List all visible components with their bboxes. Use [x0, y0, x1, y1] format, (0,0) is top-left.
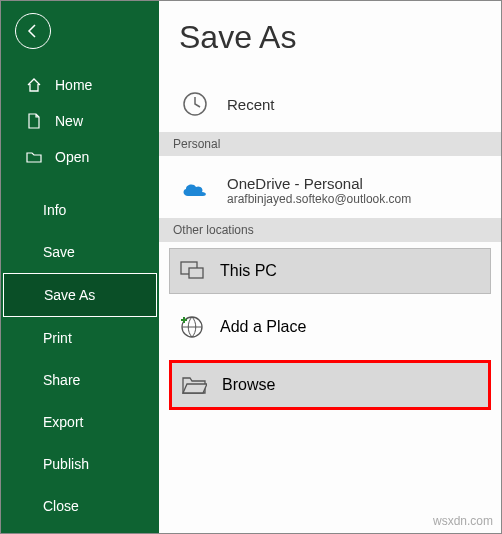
recent-clock-icon	[179, 88, 211, 120]
section-other-header: Other locations	[159, 218, 501, 242]
thispc-label: This PC	[220, 262, 277, 280]
nav-share[interactable]: Share	[1, 359, 159, 401]
browse-label: Browse	[222, 376, 275, 394]
nav-label: Close	[43, 498, 79, 514]
nav-label: Open	[55, 149, 89, 165]
new-file-icon	[25, 113, 43, 129]
nav-info[interactable]: Info	[1, 189, 159, 231]
section-personal-header: Personal	[159, 132, 501, 156]
nav-label: Share	[43, 372, 80, 388]
svg-rect-2	[189, 268, 203, 278]
nav-save-as[interactable]: Save As	[3, 273, 157, 317]
nav-publish[interactable]: Publish	[1, 443, 159, 485]
open-folder-icon	[25, 149, 43, 165]
nav-open[interactable]: Open	[1, 139, 159, 175]
nav-secondary-group: Info Save Save As Print Share Export Pub…	[1, 189, 159, 527]
addplace-icon	[178, 313, 206, 341]
nav-label: Print	[43, 330, 72, 346]
onedrive-email: arafbinjayed.softeko@outlook.com	[227, 192, 411, 206]
browse-location[interactable]: Browse	[169, 360, 491, 410]
recent-location[interactable]: Recent	[159, 76, 501, 132]
nav-close[interactable]: Close	[1, 485, 159, 527]
nav-label: Publish	[43, 456, 89, 472]
watermark: wsxdn.com	[433, 514, 493, 528]
nav-home[interactable]: Home	[1, 67, 159, 103]
nav-label: Export	[43, 414, 83, 430]
nav-new[interactable]: New	[1, 103, 159, 139]
recent-label: Recent	[227, 96, 275, 113]
page-title: Save As	[159, 19, 501, 56]
addplace-location[interactable]: Add a Place	[169, 304, 491, 350]
addplace-label: Add a Place	[220, 318, 306, 336]
nav-export[interactable]: Export	[1, 401, 159, 443]
thispc-location[interactable]: This PC	[169, 248, 491, 294]
home-icon	[25, 77, 43, 93]
onedrive-cloud-icon	[179, 174, 211, 206]
thispc-icon	[178, 257, 206, 285]
nav-save[interactable]: Save	[1, 231, 159, 273]
onedrive-location[interactable]: OneDrive - Personal arafbinjayed.softeko…	[159, 162, 501, 218]
backstage-sidebar: Home New Open Info Save Save As Print Sh…	[1, 1, 159, 533]
nav-label: New	[55, 113, 83, 129]
main-panel: Save As Recent Personal OneDrive - Perso…	[159, 1, 501, 533]
nav-primary-group: Home New Open	[1, 67, 159, 175]
onedrive-text: OneDrive - Personal arafbinjayed.softeko…	[227, 175, 411, 206]
nav-label: Save As	[44, 287, 95, 303]
nav-label: Home	[55, 77, 92, 93]
back-arrow-icon	[25, 23, 41, 39]
browse-folder-icon	[180, 371, 208, 399]
onedrive-label: OneDrive - Personal	[227, 175, 411, 192]
nav-label: Info	[43, 202, 66, 218]
nav-label: Save	[43, 244, 75, 260]
nav-print[interactable]: Print	[1, 317, 159, 359]
back-button[interactable]	[15, 13, 51, 49]
